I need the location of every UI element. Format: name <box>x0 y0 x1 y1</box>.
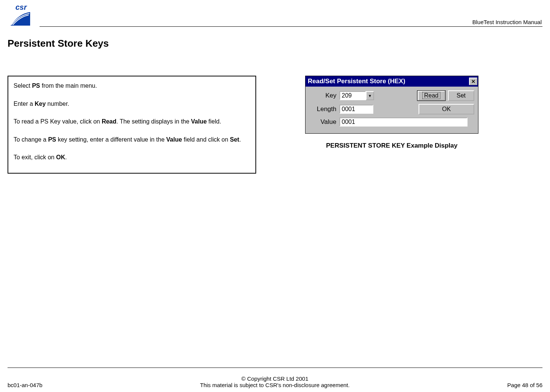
footer-copyright: © Copyright CSR Ltd 2001 This material i… <box>43 375 507 388</box>
instruction-step: To exit, click on OK. <box>14 153 250 162</box>
key-label: Key <box>309 92 339 99</box>
page-footer: bc01-an-047b © Copyright CSR Ltd 2001 Th… <box>8 368 542 388</box>
dialog-body: Key ▼ Read Set Length <box>306 87 478 133</box>
value-input[interactable] <box>339 117 468 127</box>
footer-page-number: Page 48 of 56 <box>507 382 542 388</box>
read-button[interactable]: Read <box>417 90 446 101</box>
close-button[interactable]: ✕ <box>469 78 477 85</box>
figure-caption: PERSISTENT STORE KEY Example Display <box>305 142 478 149</box>
instruction-step: Select PS from the main menu. <box>14 82 250 90</box>
value-label: Value <box>309 118 339 126</box>
instruction-step: To read a PS Key value, click on Read. T… <box>14 117 250 126</box>
instruction-step: Enter a Key number. <box>14 100 250 108</box>
document-title: BlueTest Instruction Manual <box>472 19 542 25</box>
chevron-down-icon: ▼ <box>368 94 372 98</box>
key-dropdown-button[interactable]: ▼ <box>366 91 374 100</box>
instructions-box: Select PS from the main menu. Enter a Ke… <box>8 76 256 174</box>
instruction-step: To change a PS key setting, enter a diff… <box>14 136 250 144</box>
page-header: csr BlueTest Instruction Manual <box>0 0 550 30</box>
header-rule <box>40 26 542 27</box>
length-label: Length <box>309 105 339 113</box>
key-input[interactable] <box>339 91 366 100</box>
close-icon: ✕ <box>471 79 475 84</box>
figure-column: Read/Set Persistent Store (HEX) ✕ Key ▼ <box>305 76 478 174</box>
persistent-store-dialog: Read/Set Persistent Store (HEX) ✕ Key ▼ <box>305 76 478 134</box>
footer-rule <box>8 368 542 368</box>
svg-text:csr: csr <box>15 3 27 11</box>
footer-doc-id: bc01-an-047b <box>8 382 43 388</box>
length-input[interactable] <box>339 105 373 114</box>
dialog-titlebar[interactable]: Read/Set Persistent Store (HEX) ✕ <box>306 76 478 87</box>
set-button[interactable]: Set <box>448 90 474 101</box>
ok-button[interactable]: OK <box>419 104 474 114</box>
csr-logo: csr <box>8 3 35 29</box>
page-heading: Persistent Store Keys <box>8 38 550 49</box>
dialog-title: Read/Set Persistent Store (HEX) <box>308 78 405 85</box>
page-content: Select PS from the main menu. Enter a Ke… <box>0 64 550 174</box>
